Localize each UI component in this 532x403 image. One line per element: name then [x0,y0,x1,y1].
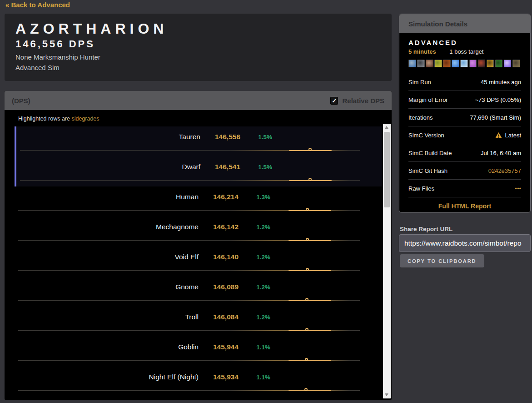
dps-row[interactable]: Troll146,0841.2% [15,307,382,337]
detail-label: SimC Version [408,132,444,139]
detail-label: SimC Build Date [408,150,452,156]
full-html-report-link[interactable]: Full HTML Report [408,197,521,213]
dps-row[interactable]: Gnome146,0891.2% [15,277,382,307]
character-name: AZORTHARION [15,20,381,37]
dps-row[interactable]: Dwarf146,5411.5% [15,156,382,186]
character-summary-card: AZORTHARION 146,556 DPS None Marksmanshi… [5,14,392,81]
spell-icon-dark-slash[interactable] [478,60,486,67]
boxplot-box [288,240,332,241]
simulation-details-title: Simulation Details [408,20,467,28]
scrollbar[interactable] [383,124,391,398]
race-dps-value: 146,142 [199,223,239,231]
relative-dps-checkbox[interactable]: ✓ [330,97,338,105]
race-dps-value: 146,084 [199,313,239,321]
spell-icon-dark-claw[interactable] [426,60,433,67]
race-name: Goblin [15,343,199,351]
simulation-details-header: Simulation Details [399,14,530,33]
race-name: Night Elf (Night) [15,373,199,381]
detail-label: Raw Files [408,185,434,192]
dps-panel-header: (DPS) ✓ Relative DPS [5,91,392,110]
race-relative-pct: 1.5% [240,134,272,141]
dps-row[interactable]: Tauren146,5561.5% [15,126,382,156]
boxplot-median-dot [306,238,309,241]
detail-value: Latest [444,132,521,139]
race-relative-pct: 1.2% [239,284,270,291]
detail-label: Margin of Error [408,96,448,103]
dps-boxplot [15,360,382,361]
share-report-url-label: Share Report URL [400,226,452,232]
dps-row[interactable]: Goblin145,9441.1% [15,337,382,367]
race-name: Troll [15,313,199,321]
spell-icon-steel-gray[interactable] [417,60,425,67]
detail-label: Sim Run [408,79,431,86]
detail-row: SimC Git Hash0242e35757 [408,161,521,179]
race-dps-value: 146,214 [199,193,239,201]
dps-row[interactable]: Mechagnome146,1421.2% [15,217,382,247]
detail-row: Sim Run45 minutes ago [408,73,521,91]
spell-icon-ice-crystal[interactable] [460,60,468,67]
boxplot-box [288,360,332,361]
copy-to-clipboard-button[interactable]: COPY TO CLIPBOARD [400,254,484,267]
race-dps-value: 146,089 [199,283,239,291]
simulation-details-panel: Simulation Details ADVANCED 5 minutes 1 … [399,14,531,213]
dps-boxplot [16,150,382,151]
dps-row[interactable]: Human146,2141.3% [15,186,382,217]
boxplot-median-dot [308,148,312,151]
spell-icon-arcane-missile[interactable] [504,60,512,67]
detail-value: Jul 16, 6:40 am [452,150,521,156]
race-relative-pct: 1.2% [239,314,270,321]
detail-row: SimC Build DateJul 16, 6:40 am [408,144,521,161]
detail-value-link[interactable]: ••• [434,185,521,192]
boxplot-box [288,300,332,301]
spell-icon-frost-blue[interactable] [408,60,416,67]
spell-icon-fire-rune[interactable] [443,60,451,67]
warning-icon [495,132,502,138]
boxplot-box [288,270,332,271]
dps-panel: (DPS) ✓ Relative DPS Highlighted rows ar… [5,91,392,400]
sim-targets: 1 boss target [449,48,483,55]
race-name: Void Elf [15,253,199,261]
boxplot-box [288,210,332,211]
sidegrades-note: Highlighted rows are sidegrades [18,116,99,122]
dps-row[interactable]: Void Elf146,1401.2% [15,247,382,277]
relative-dps-label: Relative DPS [342,97,384,105]
dps-boxplot [15,390,382,391]
race-relative-pct: 1.2% [239,224,270,231]
scroll-up-icon[interactable] [383,124,391,131]
race-relative-pct: 1.3% [239,194,270,201]
spell-icon-yellow-burst[interactable] [434,60,442,67]
share-url-input[interactable] [399,234,531,252]
race-dps-value: 145,944 [199,343,239,351]
dps-boxplot [16,180,382,181]
sidegrades-link[interactable]: sidegrades [71,116,99,122]
boxplot-box [288,390,332,391]
detail-row: Iterations77,690 (Smart Sim) [408,108,521,126]
race-dps-value: 146,541 [200,163,240,171]
dps-results-list: Tauren146,5561.5%Dwarf146,5411.5%Human14… [15,126,382,397]
dps-boxplot [15,300,382,301]
race-name: Dwarf [16,163,200,171]
spell-icon-nature-green[interactable] [495,60,503,67]
dps-row[interactable]: Night Elf (Night)145,9341.1% [15,367,382,397]
race-name: Mechagnome [15,223,199,231]
detail-value: 45 minutes ago [431,79,521,86]
scrollbar-thumb[interactable] [384,132,390,207]
boxplot-box [288,330,332,331]
sim-duration: 5 minutes [408,48,436,55]
detail-value: ~73 DPS (0.05%) [448,96,521,103]
boxplot-median-dot [305,358,308,361]
dps-boxplot [15,210,382,211]
dps-boxplot [15,240,382,241]
spell-icon-golden-spikes[interactable] [487,60,494,67]
spell-icon-purple-fist[interactable] [469,60,477,67]
back-to-advanced-link[interactable]: « Back to Advanced [5,1,70,9]
detail-row: SimC VersionLatest [408,126,521,144]
race-dps-value: 145,934 [199,373,239,381]
scroll-down-icon[interactable] [383,391,391,398]
spell-icon-arcane-blue[interactable] [452,60,459,67]
race-relative-pct: 1.2% [239,254,270,261]
detail-row: Margin of Error~73 DPS (0.05%) [408,91,521,108]
spell-icon-tan-figure[interactable] [512,60,520,67]
detail-value-link[interactable]: 0242e35757 [447,167,521,174]
detail-value: 77,690 (Smart Sim) [433,114,521,121]
